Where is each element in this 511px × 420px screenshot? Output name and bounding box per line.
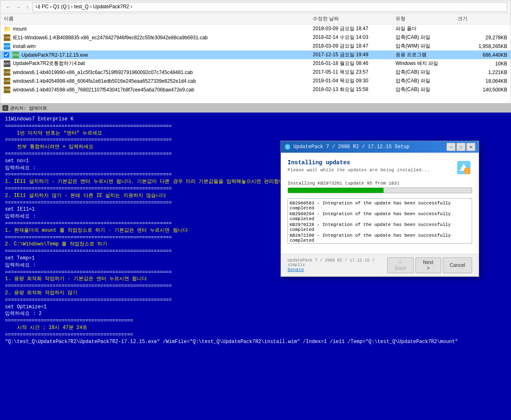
file-type: Windows 배치 파일: [396, 60, 458, 67]
file-date: 2016-01-18 월요일 08:46: [313, 60, 396, 67]
log-entry: KB2968294 - Integration of the update ha…: [290, 211, 470, 222]
cmd-line: ========================================…: [5, 297, 506, 304]
table-row[interactable]: WIM install.wim 2018-03-09 금요일 18:47 압축(…: [0, 42, 511, 50]
cmd-line: 입력하세요 : 2: [5, 310, 506, 317]
dialog-title-section: ! UpdatePack 7 / 2008 R2 / 17.12.15 Setu…: [284, 144, 410, 150]
exe-icon: EXE: [12, 52, 19, 58]
dialog-header-text: Installing updates Please wait while the…: [288, 159, 429, 173]
file-type: 파일 폴더: [396, 25, 458, 32]
dialog-window-controls: ─ □ ✕: [446, 143, 475, 151]
dialog-title-text: UpdatePack 7 / 2008 R2 / 17.12.15 Setup: [293, 144, 410, 150]
file-size: 140,500KB: [458, 87, 507, 93]
footer-left: UpdatePack 7 / 2008 R2 / 17.12.15 / simp…: [288, 258, 387, 272]
cmd-window: C 관리자: 업데이트 11Windows7 Enterprise K=====…: [0, 103, 511, 420]
log-section: KB2966583 - Integration of the update ha…: [288, 198, 472, 244]
up-button[interactable]: ↑: [24, 3, 31, 11]
file-name-text: mount: [13, 26, 26, 32]
forward-button[interactable]: →: [14, 3, 23, 11]
dialog-body: Installing updates Please wait while the…: [281, 153, 479, 254]
log-entry: KB2970228 - Integration of the update ha…: [290, 222, 470, 233]
log-box[interactable]: KB2966583 - Integration of the update ha…: [288, 198, 472, 244]
file-size: 10KB: [458, 61, 507, 67]
dialog-main-title: Installing updates: [288, 159, 429, 166]
file-name-text: UpdatePack7R2로통합하기4.bat: [13, 60, 85, 67]
file-name-text: install.wim: [13, 43, 36, 49]
wim-icon: WIM: [4, 43, 10, 50]
progress-section: Installing KB2973201 (update 95 from 183…: [288, 181, 472, 193]
file-type: 압축(CAB) 파일: [396, 86, 458, 93]
back-button[interactable]: ←: [4, 3, 12, 11]
file-date: 2018-03-09 금요일 18:47: [313, 43, 396, 50]
file-name-cell: CAB IE11-Windows6.1-KB4088835-x86_ec2478…: [4, 34, 313, 41]
cmd-line: ========================================…: [5, 123, 506, 130]
cmd-line: ========================================…: [5, 283, 506, 290]
file-name-text: windows6.1-kb4019990-x86_a1c5f3c6ac7519f…: [13, 70, 193, 75]
dialog-subtitle: Please wait while the updates are being …: [288, 168, 429, 173]
file-size: 1,958,265KB: [458, 43, 507, 49]
file-size: 686,440KB: [458, 52, 507, 58]
donate-link[interactable]: Donate: [288, 267, 387, 272]
table-row[interactable]: CAB IE11-Windows6.1-KB4088835-x86_ec2478…: [0, 33, 511, 42]
file-name-cell: 📁 mount: [4, 26, 313, 32]
progress-bar-fill: [288, 188, 384, 193]
file-name-cell: BAT UpdatePack7R2로통합하기4.bat: [4, 60, 313, 67]
back-button[interactable]: < Back: [387, 257, 414, 273]
table-row[interactable]: EXE UpdatePack7R2-17.12.15.exe 2017-12-1…: [0, 50, 511, 59]
cab-icon: CAB: [4, 78, 10, 84]
file-name-text: UpdatePack7R2-17.12.15.exe: [22, 52, 88, 58]
cab-icon: CAB: [4, 34, 10, 41]
table-row[interactable]: 📁 mount 2018-03-09 금요일 18:47 파일 폴더: [0, 24, 511, 33]
breadcrumb-text: 내 PC › Q1 (Q:) › test_Q › UpdatePack7R2 …: [36, 3, 132, 10]
file-date: 2018-03-09 금요일 18:47: [313, 25, 396, 32]
file-name-text: windows6.1-kb4074598-x86_768021107f54304…: [13, 87, 194, 93]
maximize-button[interactable]: □: [456, 143, 465, 151]
file-type: 압축(CAB) 파일: [396, 34, 458, 41]
cmd-line: "Q:\test_Q\UpdatePack7R2\UpdatePack7R2-1…: [5, 338, 506, 346]
col-type[interactable]: 유형: [396, 15, 458, 22]
file-date: 2018-01-04 목요일 09:30: [313, 77, 396, 84]
file-checkbox[interactable]: [4, 52, 9, 58]
file-name-cell: WIM install.wim: [4, 43, 313, 50]
table-row[interactable]: CAB windows6.1-kb4074598-x86_768021107f5…: [0, 85, 511, 94]
table-row[interactable]: CAB windows6.1-kb4019990-x86_a1c5f3c6ac7…: [0, 68, 511, 77]
column-headers: 이름 수정한 날짜 유형 크기: [0, 14, 511, 24]
dialog-header-section: Installing updates Please wait while the…: [288, 159, 472, 176]
file-size: 1,221KB: [458, 70, 507, 75]
next-button[interactable]: Next >: [415, 257, 441, 273]
table-row[interactable]: BAT UpdatePack7R2로통합하기4.bat 2016-01-18 월…: [0, 59, 511, 68]
setup-icon: !: [284, 144, 291, 150]
file-list: 📁 mount 2018-03-09 금요일 18:47 파일 폴더 CAB I…: [0, 24, 511, 103]
file-date: 2017-12-15 금요일 19:49: [313, 51, 396, 58]
cancel-button[interactable]: Cancel: [443, 257, 472, 273]
svg-text:↓: ↓: [466, 169, 468, 174]
file-type: 압축(CAB) 파일: [396, 69, 458, 76]
cmd-icon: C: [2, 105, 8, 111]
file-size: 18,064KB: [458, 78, 507, 84]
file-date: 2018-02-13 화요일 15:58: [313, 86, 396, 93]
cmd-line: 11Windows7 Enterprise K: [5, 116, 506, 123]
file-date: 2018-02-14 수요일 14:03: [313, 34, 396, 41]
dialog-titlebar: ! UpdatePack 7 / 2008 R2 / 17.12.15 Setu…: [281, 141, 479, 153]
close-button[interactable]: ✕: [466, 143, 475, 151]
col-name[interactable]: 이름: [4, 15, 313, 22]
minimize-button[interactable]: ─: [446, 143, 456, 151]
log-entry: KB2972211 - Integration of the update ha…: [290, 243, 470, 244]
cmd-titlebar: C 관리자: 업데이트: [0, 103, 511, 113]
explorer-toolbar: ← → ↑ 내 PC › Q1 (Q:) › test_Q › UpdatePa…: [0, 0, 511, 14]
dialog-footer: UpdatePack 7 / 2008 R2 / 17.12.15 / simp…: [281, 254, 479, 276]
breadcrumb[interactable]: 내 PC › Q1 (Q:) › test_Q › UpdatePack7R2 …: [33, 2, 508, 12]
file-type: 압축(WIM) 파일: [396, 43, 458, 50]
cab-icon: CAB: [4, 69, 10, 76]
footer-buttons: < Back Next > Cancel: [387, 257, 472, 273]
setup-dialog: ! UpdatePack 7 / 2008 R2 / 17.12.15 Setu…: [281, 141, 479, 277]
cmd-line: set Optimize=1: [5, 304, 506, 311]
table-row[interactable]: CAB windows6.1-kb4054998-x86_6064fa1e61e…: [0, 77, 511, 85]
col-size[interactable]: 크기: [458, 15, 507, 22]
log-entry: KB2966583 - Integration of the update ha…: [290, 200, 470, 211]
version-label: UpdatePack 7 / 2008 R2 / 17.12.15 / simp…: [288, 258, 387, 267]
progress-bar-container: [288, 187, 472, 193]
col-date[interactable]: 수정한 날짜: [313, 15, 396, 22]
log-entry: KB2972100 - Integration of the update ha…: [290, 233, 470, 243]
installer-icon: ↓: [456, 159, 472, 176]
cmd-title-text: 관리자: 업데이트: [10, 105, 47, 111]
